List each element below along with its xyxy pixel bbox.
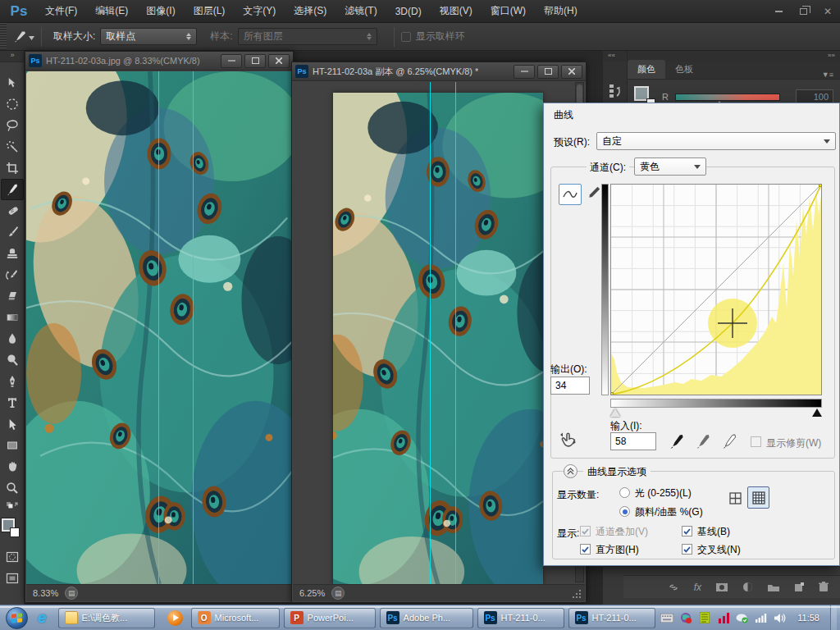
- menu-3d[interactable]: 3D(D): [386, 0, 431, 23]
- tool-zoom[interactable]: [1, 477, 24, 499]
- guide-line[interactable]: [158, 71, 159, 584]
- tab-color[interactable]: 颜色: [628, 60, 665, 79]
- tool-shape[interactable]: [1, 435, 24, 456]
- layer-mask-icon[interactable]: [715, 582, 728, 592]
- guide-line[interactable]: [455, 82, 456, 584]
- output-input[interactable]: 34: [550, 377, 590, 395]
- eyedropper-tool-icon[interactable]: [13, 30, 26, 43]
- document-2-canvas[interactable]: [293, 82, 585, 584]
- app-restore-button[interactable]: [791, 2, 815, 21]
- doc-minimize-button[interactable]: [221, 54, 242, 68]
- history-panel-icon[interactable]: [608, 83, 627, 103]
- show-sampling-ring-checkbox[interactable]: [401, 32, 411, 42]
- tool-magic-wand[interactable]: [1, 136, 24, 158]
- taskbar-clock[interactable]: 11:58: [792, 613, 824, 623]
- gray-point-eyedropper[interactable]: [695, 433, 711, 452]
- intersection-checkbox[interactable]: [682, 544, 692, 555]
- toolbar-collapse-icon[interactable]: »: [0, 51, 24, 62]
- tool-blur[interactable]: [1, 328, 24, 349]
- dock-collapse-left-icon[interactable]: ««: [603, 51, 627, 62]
- curve-node[interactable]: [819, 185, 822, 187]
- red-channel-slider[interactable]: [675, 94, 780, 101]
- window-resize-grip[interactable]: [572, 587, 583, 599]
- curve-pencil-icon[interactable]: [587, 185, 601, 203]
- taskbar-ie-icon[interactable]: e: [38, 608, 47, 628]
- document-image[interactable]: [26, 71, 292, 584]
- network-activity-tray-icon[interactable]: [717, 611, 730, 624]
- menu-image[interactable]: 图像(I): [137, 0, 184, 23]
- new-layer-icon[interactable]: [794, 582, 805, 592]
- adjustment-layer-icon[interactable]: [742, 582, 753, 592]
- tool-lasso[interactable]: [1, 115, 24, 136]
- doc-close-button[interactable]: [561, 65, 582, 79]
- tool-clone-stamp[interactable]: [1, 243, 24, 264]
- targeted-adjustment-icon[interactable]: [557, 428, 580, 454]
- dock-collapse-right-icon[interactable]: »»: [828, 52, 835, 61]
- show-clipping-checkbox[interactable]: [751, 436, 761, 447]
- taskbar-office-button[interactable]: O Microsoft...: [191, 608, 280, 628]
- baseline-checkbox[interactable]: [682, 526, 692, 536]
- tool-crop[interactable]: [1, 158, 24, 179]
- radio-pigment-ink[interactable]: [619, 506, 630, 517]
- app-close-button[interactable]: ✕: [815, 2, 840, 21]
- link-layers-icon[interactable]: [667, 583, 680, 591]
- menu-select[interactable]: 选择(S): [285, 0, 336, 23]
- sample-size-dropdown[interactable]: 取样点: [100, 28, 197, 45]
- tool-type[interactable]: [1, 392, 24, 413]
- guide-line[interactable]: [430, 82, 431, 584]
- document-1-title-bar[interactable]: Ps HT-211-02-03a.jpg @ 8.33%(CMYK/8): [25, 52, 293, 71]
- tool-preset-caret-icon[interactable]: [29, 31, 34, 43]
- delete-layer-icon[interactable]: [819, 582, 829, 592]
- layer-style-icon[interactable]: fx: [694, 582, 701, 593]
- tool-gradient[interactable]: [1, 307, 24, 328]
- menu-layer[interactable]: 图层(L): [185, 0, 235, 23]
- menu-type[interactable]: 文字(Y): [234, 0, 285, 23]
- antivirus-tray-icon[interactable]: [679, 611, 692, 624]
- panel-menu-icon[interactable]: ▼≡: [822, 71, 840, 79]
- sample-dropdown[interactable]: 所有图层: [238, 28, 377, 45]
- doc-close-button[interactable]: [268, 54, 290, 68]
- taskbar-doc1-button[interactable]: Ps HT-211-0...: [477, 608, 564, 628]
- channel-dropdown[interactable]: 黄色: [634, 158, 706, 176]
- tool-brush[interactable]: [1, 221, 24, 243]
- tool-pen[interactable]: [1, 371, 24, 392]
- document-1-canvas[interactable]: [26, 71, 292, 584]
- notes-tray-icon[interactable]: [698, 611, 711, 624]
- taskbar-explorer-button[interactable]: E:\调色教...: [58, 608, 155, 628]
- radio-light[interactable]: [619, 487, 630, 498]
- start-button[interactable]: [6, 607, 28, 629]
- menu-filter[interactable]: 滤镜(T): [336, 0, 386, 23]
- update-tray-icon[interactable]: [736, 611, 749, 624]
- zoom-level[interactable]: 8.33%: [33, 588, 58, 598]
- doc-info-icon[interactable]: ▤: [65, 587, 78, 600]
- show-desktop-button[interactable]: [830, 605, 837, 630]
- menu-help[interactable]: 帮助(H): [535, 0, 587, 23]
- tab-swatches[interactable]: 色板: [665, 60, 703, 79]
- app-minimize-button[interactable]: [766, 2, 791, 21]
- shadow-slider[interactable]: [812, 409, 822, 417]
- quick-mask-button[interactable]: [1, 546, 24, 568]
- doc-maximize-button[interactable]: [244, 54, 266, 68]
- screen-mode-button[interactable]: [1, 568, 24, 589]
- layer-group-icon[interactable]: [767, 582, 780, 592]
- doc-info-icon[interactable]: ▤: [331, 587, 345, 600]
- taskbar-powerpoint-button[interactable]: P PowerPoi...: [284, 608, 376, 628]
- document-image[interactable]: [333, 93, 543, 584]
- signal-tray-icon[interactable]: [755, 611, 768, 624]
- highlight-slider[interactable]: [610, 409, 620, 417]
- curve-point-mode-button[interactable]: [559, 184, 582, 205]
- keyboard-tray-icon[interactable]: [660, 611, 673, 624]
- taskbar-media-player-icon[interactable]: [167, 608, 183, 628]
- simple-grid-button[interactable]: [726, 489, 744, 507]
- taskbar-photoshop-button[interactable]: Ps Adobe Ph...: [380, 608, 473, 628]
- menu-window[interactable]: 窗口(W): [482, 0, 535, 23]
- menu-view[interactable]: 视图(V): [431, 0, 482, 23]
- doc-restore-button[interactable]: [537, 65, 559, 79]
- tool-healing-brush[interactable]: [1, 200, 24, 221]
- channel-overlay-checkbox[interactable]: [580, 526, 591, 536]
- swap-colors-icon[interactable]: [1, 499, 24, 514]
- tool-eyedropper[interactable]: [1, 179, 24, 200]
- tool-hand[interactable]: [1, 456, 24, 477]
- white-point-eyedropper[interactable]: [721, 433, 737, 452]
- preset-dropdown[interactable]: 自定: [596, 132, 836, 150]
